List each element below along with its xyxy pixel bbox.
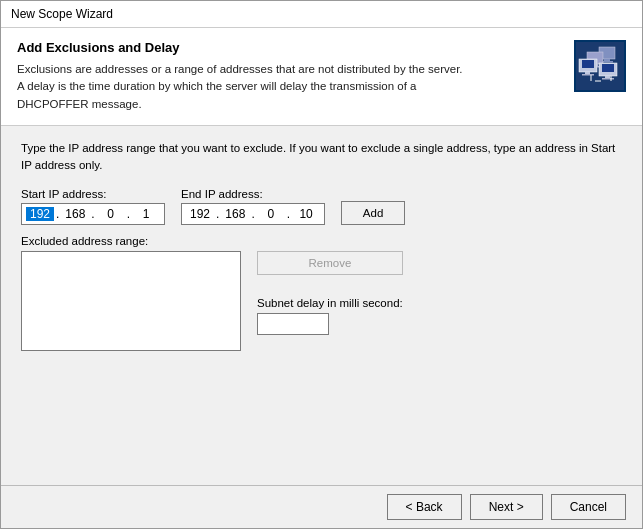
excluded-label: Excluded address range: [21,235,622,247]
excluded-section: Excluded address range: Remove Subnet de… [21,235,622,351]
svg-rect-12 [605,76,610,78]
svg-rect-9 [582,74,594,76]
end-ip-seg3[interactable] [257,207,285,221]
excluded-row: Remove Subnet delay in milli second: ▲ ▼ [21,251,622,351]
end-ip-seg4[interactable] [292,207,320,221]
start-ip-label: Start IP address: [21,188,165,200]
window-title: New Scope Wizard [11,7,113,21]
main-window: New Scope Wizard Add Exclusions and Dela… [0,0,643,529]
content-area: Add Exclusions and Delay Exclusions are … [1,28,642,528]
svg-rect-8 [585,72,590,74]
svg-rect-13 [602,78,614,80]
start-ip-seg2[interactable] [61,207,89,221]
dot6: . [287,207,290,221]
excluded-controls: Remove Subnet delay in milli second: ▲ ▼ [257,251,403,335]
dot5: . [251,207,254,221]
subnet-delay-value[interactable] [258,317,329,331]
header-description: Exclusions are addresses or a range of a… [17,61,562,113]
subnet-delay-label: Subnet delay in milli second: [257,297,403,309]
end-ip-seg2[interactable] [221,207,249,221]
footer: < Back Next > Cancel [1,485,642,528]
subnet-delay-input[interactable]: ▲ ▼ [257,313,329,335]
next-button[interactable]: Next > [470,494,543,520]
wizard-icon [574,40,626,92]
desc-line3: DHCPOFFER message. [17,98,142,110]
instruction-text: Type the IP address range that you want … [21,140,622,175]
header-title: Add Exclusions and Delay [17,40,562,55]
dot1: . [56,207,59,221]
svg-rect-1 [604,59,610,61]
svg-rect-7 [582,60,594,68]
dot2: . [91,207,94,221]
end-ip-label: End IP address: [181,188,325,200]
desc-line1: Exclusions are addresses or a range of a… [17,63,463,75]
main-content: Type the IP address range that you want … [1,126,642,485]
start-ip-seg3[interactable] [97,207,125,221]
svg-rect-11 [602,64,614,72]
start-ip-seg4[interactable] [132,207,160,221]
subnet-delay-section: Subnet delay in milli second: ▲ ▼ [257,297,403,335]
excluded-list[interactable] [21,251,241,351]
start-ip-input[interactable]: . . . [21,203,165,225]
header-text: Add Exclusions and Delay Exclusions are … [17,40,562,113]
add-button[interactable]: Add [341,201,405,225]
back-button[interactable]: < Back [387,494,462,520]
remove-button[interactable]: Remove [257,251,403,275]
start-ip-group: Start IP address: . . . [21,188,165,225]
desc-line2: A delay is the time duration by which th… [17,80,417,92]
network-icon [577,43,623,89]
start-ip-seg1[interactable] [26,207,54,221]
end-ip-seg1[interactable] [186,207,214,221]
end-ip-input[interactable]: . . . [181,203,325,225]
dot3: . [127,207,130,221]
header-section: Add Exclusions and Delay Exclusions are … [1,28,642,126]
cancel-button[interactable]: Cancel [551,494,626,520]
title-bar: New Scope Wizard [1,1,642,28]
dot4: . [216,207,219,221]
end-ip-group: End IP address: . . . [181,188,325,225]
ip-form-row: Start IP address: . . . End IP address: [21,188,622,225]
